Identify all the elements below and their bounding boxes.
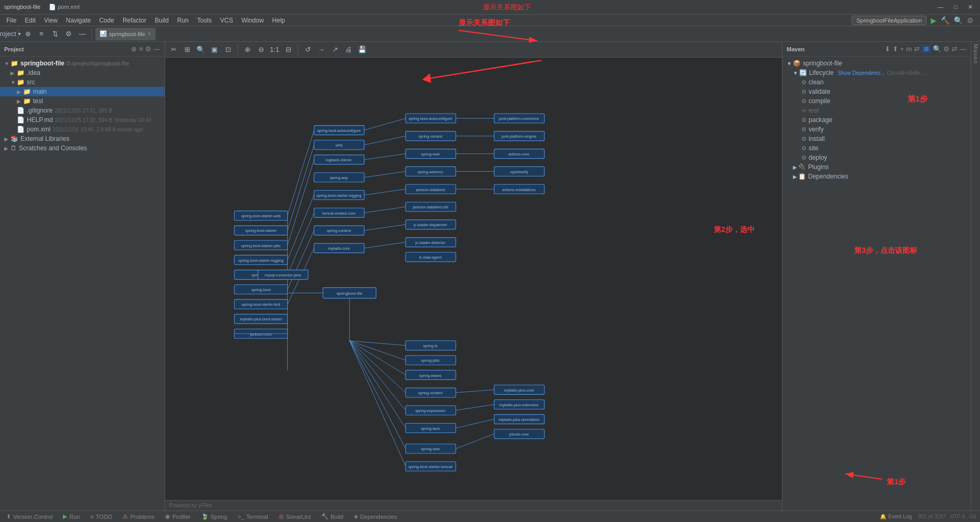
tree-item-scratches[interactable]: ▶ 🗒 Scratches and Consoles [0, 143, 165, 153]
diagram-zoom1-btn[interactable]: 1:1 [268, 43, 281, 56]
spring-icon: 🍃 [201, 513, 209, 520]
diagram-cut-btn[interactable]: ✂ [167, 43, 180, 56]
flatten-btn[interactable]: ≡ [35, 28, 48, 40]
menu-edit[interactable]: Edit [20, 15, 40, 26]
diagram-fitall-btn[interactable]: ⊟ [282, 43, 295, 56]
event-log-btn[interactable]: 🔔 Event Log [878, 514, 914, 519]
menu-navigate[interactable]: Navigate [62, 15, 95, 26]
maven-phase-verify[interactable]: ⚙ verify [782, 125, 971, 134]
minimize-btn[interactable]: — [934, 4, 946, 10]
maven-icon-4[interactable]: m [906, 45, 912, 53]
profiler-btn[interactable]: ◉ Profiler [163, 513, 193, 520]
svg-line-97 [288, 230, 314, 290]
svg-line-115 [350, 341, 406, 375]
tree-item-pomxml[interactable]: ▶ 📄 pom.xml 2021/12/26 19:46, 2.9 kB A m… [0, 125, 165, 134]
maven-phase-validate[interactable]: ⚙ validate [782, 87, 971, 96]
run-status-btn[interactable]: ▶ Run [61, 513, 82, 520]
run-btn[interactable]: ▶ [931, 16, 937, 25]
todo-btn[interactable]: ≡ TODO [88, 514, 114, 520]
menu-help[interactable]: Help [268, 15, 289, 26]
menu-file[interactable]: File [2, 15, 20, 26]
close-sidebar-btn[interactable]: — [76, 28, 89, 40]
maven-show-deps-label[interactable]: Show Dependenci... [838, 70, 885, 76]
maven-dependencies-group[interactable]: ▶ 📋 Dependencies [782, 172, 971, 181]
maven-icon-search[interactable]: 🔍 [933, 45, 941, 53]
diagram-search-btn[interactable]: 🔍 [194, 43, 207, 56]
diagram-zoomout-btn[interactable]: ⊖ [255, 43, 267, 56]
menu-run[interactable]: Run [173, 15, 193, 26]
maven-icon-3[interactable]: + [900, 45, 905, 53]
tree-item-helpmd[interactable]: ▶ 📄 HELP.md 2021/12/25 17:32, 594 B Yest… [0, 115, 165, 125]
maven-deps-arrow: ▶ [793, 174, 797, 180]
build-btn[interactable]: 🔨 Build [319, 513, 345, 520]
menu-refactor[interactable]: Refactor [118, 15, 150, 26]
diagram-frame-btn[interactable]: ▣ [208, 43, 221, 56]
sort-btn[interactable]: ⇅ [49, 28, 61, 40]
build-btn[interactable]: 🔨 [941, 16, 950, 25]
window-controls[interactable]: — □ ✕ [934, 4, 976, 10]
maven-icon-settings[interactable]: ⚙ [943, 45, 950, 53]
svg-line-119 [350, 341, 406, 449]
add-icon[interactable]: ⊕ [131, 45, 137, 53]
maven-phase-deploy[interactable]: ⚙ deploy [782, 153, 971, 162]
terminal-btn[interactable]: >_ Terminal [236, 514, 270, 520]
build-label: Build [331, 514, 343, 520]
maven-icon-1[interactable]: ⬇ [885, 45, 890, 53]
maximize-btn[interactable]: □ [951, 4, 961, 10]
diagram-tab[interactable]: 📊 springboot-file ✕ [95, 28, 156, 40]
diagram-export-btn[interactable]: ↗ [329, 43, 341, 56]
menu-window[interactable]: Window [237, 15, 268, 26]
tree-root[interactable]: ▼ 📁 springboot-file D:/project/springboo… [0, 59, 165, 68]
maven-phase-compile[interactable]: ⚙ compile [782, 96, 971, 106]
validate-gear-icon: ⚙ [801, 88, 807, 95]
tree-item-extlib[interactable]: ▶ 📚 External Libraries [0, 134, 165, 143]
sonarLint-btn[interactable]: ◎ SonarLint [277, 513, 313, 520]
diagram-fitview-btn[interactable]: ⊡ [222, 43, 234, 56]
diagram-zoomin-btn[interactable]: ⊕ [241, 43, 254, 56]
scope-btn[interactable]: ⊕ [21, 28, 34, 40]
diagram-rotate-btn[interactable]: ↺ [301, 43, 314, 56]
version-control-btn[interactable]: ⬆ Version Control [4, 513, 55, 520]
collapse-all-icon[interactable]: ≡ [139, 45, 143, 53]
menu-code[interactable]: Code [95, 15, 118, 26]
settings-icon2[interactable]: ⚙ [145, 45, 151, 53]
settings-gear-btn[interactable]: ⚙ [62, 28, 75, 40]
maven-plugins-group[interactable]: ▶ 🔌 Plugins [782, 162, 971, 172]
menu-build[interactable]: Build [150, 15, 173, 26]
hide-icon[interactable]: — [154, 45, 160, 53]
menu-vcs[interactable]: VCS [216, 15, 237, 26]
maven-phase-install[interactable]: ⚙ install [782, 134, 971, 143]
maven-icon-expand[interactable]: ⇄ [952, 45, 957, 53]
search-everywhere-btn[interactable]: 🔍 [954, 16, 963, 25]
tree-item-idea[interactable]: ▶ 📁 .idea [0, 68, 165, 77]
diagram-save-btn[interactable]: 💾 [356, 43, 368, 56]
close-btn[interactable]: ✕ [965, 4, 976, 10]
tree-item-gitignore[interactable]: ▶ 📄 .gitignore 2021/12/25 17:31, 395 B [0, 106, 165, 115]
diagram-tab-close[interactable]: ✕ [147, 31, 151, 37]
maven-show-deps-btn[interactable]: ⊞ [922, 45, 931, 53]
diagram-print-btn[interactable]: 🖨 [342, 43, 355, 56]
maven-icon-5[interactable]: ⇄ [914, 45, 920, 53]
tree-item-test[interactable]: ▶ 📁 test [0, 96, 165, 106]
maven-phase-package[interactable]: ⚙ package [782, 115, 971, 125]
tree-item-main[interactable]: ▶ 📁 main [0, 87, 165, 96]
maven-phase-site[interactable]: ⚙ site [782, 143, 971, 153]
diagram-select-btn[interactable]: ⊞ [181, 43, 193, 56]
spring-btn[interactable]: 🍃 Spring [199, 513, 230, 520]
menu-view[interactable]: View [40, 15, 62, 26]
settings-btn[interactable]: ⚙ [967, 16, 974, 25]
maven-lifecycle-group[interactable]: ▼ 🔄 Lifecycle Show Dependenci... Ctrl+Al… [782, 68, 971, 77]
maven-icon-close[interactable]: — [960, 45, 966, 53]
maven-icon-2[interactable]: ⬆ [892, 45, 898, 53]
maven-phase-clean[interactable]: ⚙ clean [782, 77, 971, 87]
dependencies-btn[interactable]: ◈ Dependencies [352, 513, 399, 520]
problems-btn[interactable]: ⚠ Problems [121, 513, 156, 520]
maven-lifecycle-label: Lifecycle [809, 69, 834, 76]
maven-phase-test[interactable]: ⚙ test [782, 106, 971, 115]
tree-item-src[interactable]: ▼ 📁 src [0, 77, 165, 87]
diagram-arrow-btn[interactable]: → [315, 43, 328, 56]
diagram-canvas[interactable]: springboot-file spring-boot-starter-web … [165, 58, 782, 500]
maven-root[interactable]: ▼ 📦 springboot-file [782, 59, 971, 68]
project-label[interactable]: Project ▼ [2, 28, 15, 40]
menu-tools[interactable]: Tools [193, 15, 216, 26]
